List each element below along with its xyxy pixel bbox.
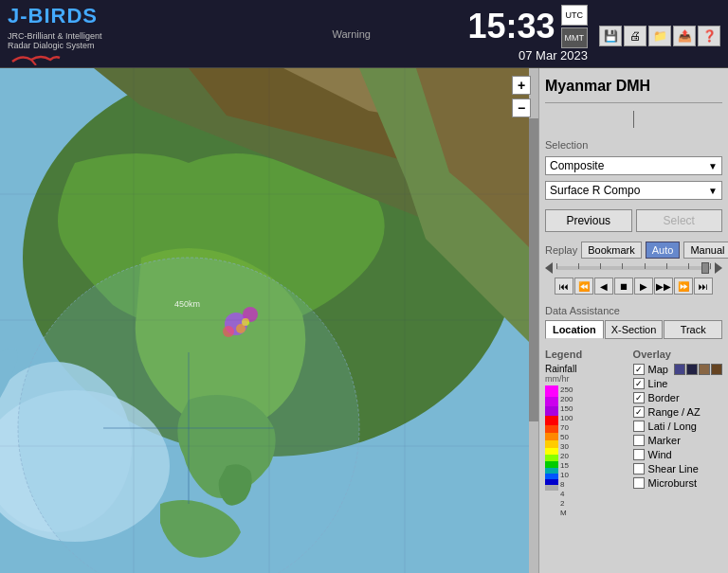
overlay-wind-item: Wind (633, 449, 722, 460)
map-checkbox[interactable] (633, 364, 645, 375)
map-swatch-4[interactable] (711, 364, 722, 375)
marker-checkbox[interactable] (633, 435, 645, 446)
warning-label: Warning (332, 28, 371, 40)
legend-overlay-section: Legend Rainfall mm/hr (545, 349, 722, 517)
logo-title: J-BIRDS (8, 0, 98, 29)
composite-select-row: Composite ▼ (545, 156, 722, 175)
data-assistance-tabs: Location X-Section Track (545, 320, 722, 339)
replay-label: Replay (545, 244, 577, 256)
microburst-checkbox[interactable] (633, 477, 645, 489)
overlay-rangeaz-item: Range / AZ (633, 406, 722, 418)
overlay-shearline-item: Shear Line (633, 463, 722, 475)
legend-column: Legend Rainfall mm/hr (545, 349, 626, 517)
time-display: 15:33 (467, 9, 555, 44)
slider-right-triangle[interactable] (715, 262, 722, 274)
upload-button[interactable]: 📤 (673, 26, 696, 46)
tick (666, 263, 667, 269)
composite-dropdown[interactable]: Composite ▼ (545, 156, 722, 175)
legend-color-bar (545, 385, 558, 517)
auto-button[interactable]: Auto (646, 242, 681, 259)
line-label: Line (648, 378, 668, 389)
composite-value: Composite (550, 159, 604, 172)
map-area: 450km + − (0, 68, 538, 573)
prev-frame-button[interactable]: ◀ (594, 278, 613, 295)
svg-point-12 (242, 318, 249, 326)
select-button[interactable]: Select (636, 209, 723, 232)
date-display: 07 Mar 2023 (519, 48, 588, 63)
play-button[interactable]: ▶ (634, 278, 653, 295)
latilong-label: Lati / Long (648, 421, 697, 432)
slider-left-triangle[interactable] (545, 262, 553, 274)
overlay-latilong-item: Lati / Long (633, 421, 722, 432)
svg-text:450km: 450km (174, 299, 200, 309)
logo-subtitle2: Radar Dialogic System (8, 41, 216, 50)
replay-section: Replay Bookmark Auto Manual (545, 242, 722, 295)
tick (556, 263, 557, 269)
zoom-in-button[interactable]: + (512, 76, 531, 95)
main: 450km + − Myanmar DMH Selection Composit… (0, 68, 728, 573)
mmt-button[interactable]: MMT (561, 27, 589, 48)
microburst-label: Microburst (648, 477, 697, 489)
replay-slider-row (545, 262, 722, 274)
tick (578, 263, 579, 269)
data-assistance-section: Data Assistance Location X-Section Track (545, 304, 722, 339)
vertical-scrollbar[interactable] (529, 68, 538, 573)
rangeaz-checkbox[interactable] (633, 406, 645, 418)
surface-value: Surface R Compo (550, 184, 640, 197)
overlay-line-item: Line (633, 378, 722, 389)
overlay-marker-item: Marker (633, 435, 722, 446)
right-panel: Myanmar DMH Selection Composite ▼ Surfac… (538, 68, 728, 573)
toolbar: 💾 🖨 📁 📤 ❓ (599, 26, 720, 46)
overlay-title: Overlay (633, 349, 722, 360)
action-buttons-row: Previous Select (545, 209, 722, 232)
surface-select-row: Surface R Compo ▼ (545, 181, 722, 200)
zoom-out-button[interactable]: − (512, 98, 531, 117)
help-button[interactable]: ❓ (698, 26, 720, 46)
wind-label: Wind (648, 449, 672, 460)
border-label: Border (648, 392, 680, 403)
surface-dropdown[interactable]: Surface R Compo ▼ (545, 181, 722, 200)
skip-end-button[interactable]: ⏭ (694, 278, 713, 295)
tick (688, 263, 689, 269)
rainfall-unit: mm/hr (545, 374, 626, 384)
track-tab[interactable]: Track (664, 320, 722, 339)
print-button[interactable]: 🖨 (624, 26, 646, 46)
wind-checkbox[interactable] (633, 449, 645, 460)
vertical-divider (633, 111, 634, 128)
tick (600, 263, 601, 269)
previous-button[interactable]: Previous (545, 209, 632, 232)
legend-title: Legend (545, 349, 626, 360)
map-swatch-1[interactable] (674, 364, 685, 375)
fast-forward-button[interactable]: ⏩ (674, 278, 693, 295)
logo-subtitle1: JRC-Brilliant & Intelligent (8, 31, 216, 41)
manual-button[interactable]: Manual (683, 242, 728, 259)
legend-bar-area: 250 200 150 100 70 50 30 20 15 10 8 4 (545, 385, 626, 517)
logo-bird-icon (8, 52, 216, 68)
legend-values: 250 200 150 100 70 50 30 20 15 10 8 4 (560, 385, 573, 517)
xsection-tab[interactable]: X-Section (605, 320, 664, 339)
shearline-checkbox[interactable] (633, 463, 645, 475)
overlay-map-item: Map (633, 364, 722, 375)
tick (622, 263, 623, 269)
map-swatch-2[interactable] (686, 364, 698, 375)
map-swatch-3[interactable] (699, 364, 710, 375)
utc-button[interactable]: UTC (561, 5, 589, 26)
rewind-button[interactable]: ⏪ (574, 278, 593, 295)
scrollbar-thumb[interactable] (529, 118, 538, 421)
overlay-microburst-item: Microburst (633, 477, 722, 489)
next-frame-button[interactable]: ▶▶ (654, 278, 673, 295)
skip-start-button[interactable]: ⏮ (555, 278, 573, 295)
selection-label: Selection (545, 139, 722, 151)
line-checkbox[interactable] (633, 378, 645, 389)
stop-button[interactable]: ⏹ (614, 278, 633, 295)
location-tab[interactable]: Location (545, 320, 604, 339)
latilong-checkbox[interactable] (633, 421, 645, 432)
bookmark-button[interactable]: Bookmark (581, 242, 642, 259)
logo-area: J-BIRDS JRC-Brilliant & Intelligent Rada… (8, 0, 216, 68)
rangeaz-label: Range / AZ (648, 406, 701, 418)
playback-buttons: ⏮ ⏪ ◀ ⏹ ▶ ▶▶ ⏩ ⏭ (545, 278, 722, 295)
folder-button[interactable]: 📁 (648, 26, 671, 46)
tick (710, 263, 711, 269)
save-button[interactable]: 💾 (599, 26, 622, 46)
border-checkbox[interactable] (633, 392, 645, 403)
